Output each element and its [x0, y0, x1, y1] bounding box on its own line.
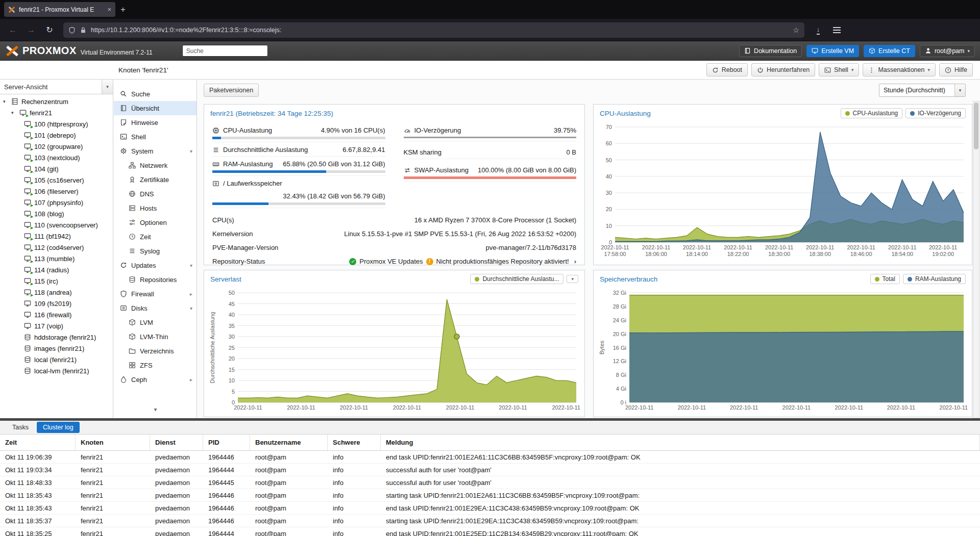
- repo-details-arrow[interactable]: ›: [574, 258, 576, 265]
- bulk-actions-button[interactable]: Massenaktionen▾: [863, 63, 936, 76]
- tree-item[interactable]: 111 (bf1942): [0, 231, 113, 242]
- log-row[interactable]: Okt 11 18:35:43 fenrir21 pvedaemon 19644…: [0, 489, 980, 502]
- search-input[interactable]: [182, 45, 268, 57]
- tree-item[interactable]: 104 (git): [0, 163, 113, 174]
- help-button[interactable]: Hilfe: [939, 63, 973, 76]
- create-ct-button[interactable]: Erstelle CT: [864, 45, 915, 57]
- column-header[interactable]: Dienst: [150, 435, 203, 450]
- node-menu-item[interactable]: Verzeichnis: [114, 344, 197, 358]
- node-menu-item[interactable]: Shell: [114, 130, 197, 144]
- column-header[interactable]: Benutzername: [250, 435, 328, 450]
- bookmark-star-icon[interactable]: ☆: [793, 26, 799, 34]
- shell-button[interactable]: Shell▾: [819, 63, 859, 76]
- app-menu-icon[interactable]: [829, 22, 844, 38]
- log-tab[interactable]: Tasks: [6, 422, 35, 433]
- column-header[interactable]: PID: [203, 435, 250, 450]
- node-menu-item[interactable]: Netzwerk: [114, 158, 197, 172]
- node-menu-item[interactable]: DNS: [114, 187, 197, 201]
- node-menu-item[interactable]: Firewall: [114, 287, 197, 301]
- forward-icon[interactable]: →: [23, 22, 39, 38]
- log-row[interactable]: Okt 11 18:35:25 fenrir21 pvedaemon 19644…: [0, 527, 980, 536]
- tree-item-datacenter[interactable]: ▾ Rechenzentrum: [0, 96, 113, 107]
- tree-item[interactable]: 115 (irc): [0, 275, 113, 287]
- tree-item[interactable]: 108 (blog): [0, 208, 113, 219]
- chevron-icon[interactable]: [190, 291, 192, 297]
- node-menu-item[interactable]: Hosts: [114, 201, 197, 215]
- legend-overflow-button[interactable]: ▾: [567, 275, 578, 283]
- create-vm-button[interactable]: Erstelle VM: [806, 45, 859, 57]
- user-menu-button[interactable]: root@pam▾: [920, 45, 975, 57]
- log-tab[interactable]: Cluster log: [37, 422, 80, 433]
- tree-item[interactable]: images (fenrir21): [0, 343, 113, 354]
- node-menu-item[interactable]: Updates: [114, 258, 197, 272]
- column-header[interactable]: Schwere: [328, 435, 381, 450]
- chevron-down-icon[interactable]: ▾: [954, 84, 965, 96]
- tree-item[interactable]: 113 (mumble): [0, 253, 113, 264]
- log-row[interactable]: Okt 11 18:35:37 fenrir21 pvedaemon 19644…: [0, 515, 980, 527]
- tree-item[interactable]: 100 (httpresproxy): [0, 118, 113, 130]
- url-bar[interactable]: https://10.1.2.200:8006/#v1:0:=node%2Ffe…: [63, 22, 804, 38]
- menu-scroll-down-icon[interactable]: ▾: [114, 406, 197, 413]
- tree-item[interactable]: 102 (groupware): [0, 141, 113, 152]
- documentation-button[interactable]: Dokumentation: [739, 45, 802, 57]
- node-menu-item[interactable]: Repositories: [114, 272, 197, 287]
- tree-item[interactable]: 105 (cs16server): [0, 174, 113, 186]
- node-menu-item[interactable]: Hinweise: [114, 115, 197, 130]
- chevron-icon[interactable]: [190, 148, 192, 154]
- tree-item[interactable]: 103 (nextcloud): [0, 152, 113, 163]
- tree-item[interactable]: 109 (fs2019): [0, 298, 113, 309]
- tree-item-node[interactable]: ▾ fenrir21: [0, 107, 113, 118]
- tree-item[interactable]: 116 (firewall): [0, 309, 113, 320]
- node-menu-item[interactable]: Optionen: [114, 215, 197, 229]
- legend-total[interactable]: Total: [870, 274, 900, 284]
- legend-load[interactable]: Durchschnittliche Auslastu...: [470, 274, 564, 284]
- reload-icon[interactable]: ↻: [42, 22, 57, 38]
- legend-io[interactable]: IO-Verzögerung: [905, 108, 966, 118]
- node-menu-item[interactable]: Syslog: [114, 244, 197, 258]
- node-menu-item[interactable]: Ceph: [114, 372, 197, 387]
- node-menu-item[interactable]: System: [114, 144, 197, 158]
- browser-tab[interactable]: fenrir21 - Proxmox Virtual E ×: [4, 2, 115, 17]
- tree-item[interactable]: hddstorage (fenrir21): [0, 331, 113, 343]
- tree-item[interactable]: local (fenrir21): [0, 354, 113, 365]
- shutdown-button[interactable]: Herunterfahren: [751, 63, 815, 76]
- tree-item[interactable]: 107 (phpsysinfo): [0, 197, 113, 208]
- column-header[interactable]: Meldung: [381, 435, 980, 450]
- chevron-icon[interactable]: [190, 263, 192, 268]
- log-row[interactable]: Okt 11 19:03:34 fenrir21 pvedaemon 19644…: [0, 464, 980, 476]
- column-header[interactable]: Zeit: [0, 435, 76, 450]
- node-menu-item[interactable]: Zeit: [114, 229, 197, 244]
- back-icon[interactable]: ←: [5, 22, 20, 38]
- package-versions-button[interactable]: Paketversionen: [204, 84, 259, 97]
- log-row[interactable]: Okt 11 19:06:39 fenrir21 pvedaemon 19644…: [0, 451, 980, 464]
- log-row[interactable]: Okt 11 18:35:43 fenrir21 pvedaemon 19644…: [0, 502, 980, 515]
- node-menu-item[interactable]: LVM: [114, 315, 197, 329]
- timeframe-select[interactable]: Stunde (Durchschnitt) ▾: [879, 84, 966, 97]
- view-selector[interactable]: Server-Ansicht ▾: [0, 80, 113, 94]
- expander-icon[interactable]: ▾: [11, 110, 16, 115]
- node-menu-item[interactable]: Zertifikate: [114, 172, 197, 187]
- node-menu-item[interactable]: LVM-Thin: [114, 329, 197, 344]
- legend-ram[interactable]: RAM-Auslastung: [903, 274, 966, 284]
- tree-item[interactable]: 118 (andrea): [0, 287, 113, 298]
- node-menu-item[interactable]: Disks: [114, 301, 197, 315]
- tree-item[interactable]: 110 (svencoopserver): [0, 219, 113, 231]
- column-header[interactable]: Knoten: [76, 435, 150, 450]
- expander-icon[interactable]: ▾: [3, 99, 8, 104]
- tree-item[interactable]: 114 (radius): [0, 264, 113, 275]
- reboot-button[interactable]: Reboot: [706, 63, 748, 76]
- tree-item[interactable]: 106 (fileserver): [0, 186, 113, 197]
- tree-item[interactable]: 117 (voip): [0, 320, 113, 331]
- tracking-shield-icon[interactable]: [68, 27, 76, 34]
- node-menu-item[interactable]: Suche: [114, 87, 197, 101]
- chevron-down-icon[interactable]: ▾: [102, 80, 113, 94]
- new-tab-button[interactable]: +: [120, 5, 126, 15]
- tree-item[interactable]: 101 (debrepo): [0, 130, 113, 141]
- log-row[interactable]: Okt 11 18:48:33 fenrir21 pvedaemon 19644…: [0, 476, 980, 489]
- chevron-icon[interactable]: [190, 377, 192, 382]
- close-tab-icon[interactable]: ×: [107, 6, 111, 13]
- downloads-icon[interactable]: ↓: [811, 22, 826, 38]
- legend-cpu[interactable]: CPU-Auslastung: [841, 108, 903, 118]
- scrollbar-thumb[interactable]: [974, 103, 978, 149]
- tree-item[interactable]: 112 (cod4server): [0, 242, 113, 253]
